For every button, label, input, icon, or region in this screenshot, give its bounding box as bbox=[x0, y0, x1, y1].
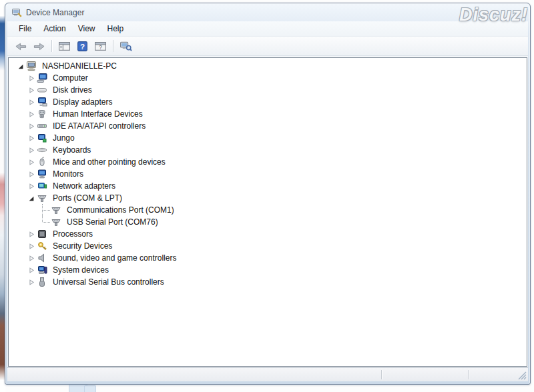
tree-connector bbox=[42, 204, 51, 216]
scan-for-hardware-changes-button[interactable] bbox=[117, 39, 134, 54]
tree-item-universal-serial-bus-controllers[interactable]: Universal Serial Bus controllers bbox=[9, 276, 527, 288]
tree-item-processors[interactable]: Processors bbox=[9, 228, 527, 240]
expand-arrow-icon[interactable] bbox=[26, 110, 35, 119]
menu-help[interactable]: Help bbox=[101, 22, 130, 35]
tree-item-label: Keyboards bbox=[51, 145, 92, 155]
console-content: NASHDANIELLE-PCComputerDisk drivesDispla… bbox=[8, 57, 527, 367]
expand-arrow-icon[interactable] bbox=[26, 266, 35, 275]
menu-view[interactable]: View bbox=[72, 22, 101, 35]
help-icon: ? bbox=[76, 41, 89, 52]
tree-item-ide-ata-atapi-controllers[interactable]: IDE ATA/ATAPI controllers bbox=[9, 120, 527, 132]
tree-item-label: NASHDANIELLE-PC bbox=[41, 61, 118, 71]
expand-arrow-icon[interactable] bbox=[26, 170, 35, 179]
collapse-arrow-icon[interactable] bbox=[15, 62, 25, 71]
back-button[interactable] bbox=[13, 39, 29, 54]
resize-grip[interactable] bbox=[518, 371, 527, 380]
svg-text:?: ? bbox=[80, 41, 85, 50]
tree-item-security-devices[interactable]: Security Devices bbox=[9, 240, 527, 252]
tree-item-label: System devices bbox=[51, 265, 110, 275]
properties-button[interactable]: ? bbox=[92, 39, 109, 54]
jungo-icon bbox=[37, 133, 47, 143]
discuz-watermark: Discuz! bbox=[459, 5, 528, 25]
window-title: Device Manager bbox=[26, 8, 84, 17]
system-device-icon bbox=[37, 265, 47, 275]
tree-item-display-adapters[interactable]: Display adapters bbox=[9, 96, 527, 108]
expand-arrow-icon[interactable] bbox=[26, 146, 35, 155]
scan-hardware-icon bbox=[119, 41, 132, 52]
tree-item-label: Sound, video and game controllers bbox=[51, 253, 178, 263]
sound-icon bbox=[37, 253, 47, 263]
tree-item-human-interface-devices[interactable]: Human Interface Devices bbox=[9, 108, 527, 120]
disk-drive-icon bbox=[37, 85, 47, 95]
properties-window-icon: ? bbox=[94, 41, 107, 52]
forward-button[interactable] bbox=[31, 39, 47, 54]
tree-item-keyboards[interactable]: Keyboards bbox=[9, 144, 527, 156]
tree-item-sound-video-and-game-controllers[interactable]: Sound, video and game controllers bbox=[9, 252, 527, 264]
computer-icon bbox=[37, 73, 47, 83]
expand-arrow-icon[interactable] bbox=[26, 254, 35, 263]
tree-item-jungo[interactable]: Jungo bbox=[9, 132, 527, 144]
tree-item-communications-port-com1[interactable]: Communications Port (COM1) bbox=[9, 204, 527, 216]
expand-arrow-icon[interactable] bbox=[26, 134, 35, 143]
menu-file[interactable]: File bbox=[13, 22, 37, 35]
expand-arrow-icon[interactable] bbox=[26, 86, 35, 95]
tree-item-disk-drives[interactable]: Disk drives bbox=[9, 84, 527, 96]
tree-item-computer[interactable]: Computer bbox=[9, 72, 527, 84]
expand-arrow-icon[interactable] bbox=[26, 98, 35, 107]
expand-arrow-icon[interactable] bbox=[26, 158, 35, 167]
processor-icon bbox=[37, 229, 47, 239]
tree-item-label: Communications Port (COM1) bbox=[65, 205, 176, 215]
tree-item-label: Disk drives bbox=[51, 85, 93, 95]
forward-arrow-icon bbox=[33, 41, 45, 52]
expand-arrow-icon[interactable] bbox=[26, 278, 35, 287]
expand-arrow-icon[interactable] bbox=[26, 182, 35, 191]
tree-item-monitors[interactable]: Monitors bbox=[9, 168, 527, 180]
expand-arrow-icon[interactable] bbox=[26, 74, 35, 83]
hid-icon bbox=[37, 109, 47, 119]
keyboard-icon bbox=[37, 145, 47, 155]
device-manager-icon bbox=[11, 7, 22, 18]
tree-item-label: Network adapters bbox=[51, 181, 117, 191]
tree-item-label: Ports (COM & LPT) bbox=[51, 193, 123, 203]
tree-item-nashdanielle-pc[interactable]: NASHDANIELLE-PC bbox=[9, 60, 527, 72]
tree-item-mice-and-other-pointing-devices[interactable]: Mice and other pointing devices bbox=[9, 156, 527, 168]
tree-item-label: USB Serial Port (COM76) bbox=[65, 217, 160, 227]
menu-action[interactable]: Action bbox=[37, 22, 71, 35]
port-icon bbox=[51, 205, 61, 215]
back-arrow-icon bbox=[15, 41, 27, 52]
collapse-arrow-icon[interactable] bbox=[26, 194, 35, 203]
ide-controller-icon bbox=[37, 121, 47, 131]
desktop-artifact bbox=[84, 385, 96, 392]
computer-root-icon bbox=[26, 61, 37, 71]
expand-arrow-icon[interactable] bbox=[26, 230, 35, 239]
tree-item-usb-serial-port-com76[interactable]: USB Serial Port (COM76) bbox=[9, 216, 527, 228]
toolbar: ?? bbox=[7, 36, 528, 56]
title-bar[interactable]: Device Manager —□✕ Discuz! bbox=[5, 3, 530, 21]
tree-item-label: Mice and other pointing devices bbox=[51, 157, 167, 167]
tree-item-network-adapters[interactable]: Network adapters bbox=[9, 180, 527, 192]
tree-item-ports-com-lpt[interactable]: Ports (COM & LPT) bbox=[9, 192, 527, 204]
tree-item-label: Computer bbox=[51, 73, 89, 83]
show-console-tree-button[interactable] bbox=[56, 39, 73, 54]
display-adapter-icon bbox=[37, 97, 47, 107]
device-manager-window: Device Manager —□✕ Discuz! FileActionVie… bbox=[5, 3, 531, 385]
client-area: FileActionViewHelp ?? NASHDANIELLE-PCCom… bbox=[7, 21, 528, 381]
security-icon bbox=[37, 241, 47, 251]
status-divider bbox=[381, 370, 382, 379]
monitor-icon bbox=[37, 169, 47, 179]
console-tree-icon bbox=[58, 41, 71, 52]
usb-icon bbox=[37, 277, 47, 287]
tree-item-system-devices[interactable]: System devices bbox=[9, 264, 527, 276]
tree-item-label: Display adapters bbox=[51, 97, 113, 107]
tree-item-label: IDE ATA/ATAPI controllers bbox=[51, 121, 147, 131]
help-button[interactable]: ? bbox=[74, 39, 91, 54]
expand-arrow-icon[interactable] bbox=[26, 122, 35, 131]
toolbar-separator bbox=[113, 40, 113, 52]
svg-text:?: ? bbox=[99, 44, 102, 51]
tree-connector bbox=[42, 216, 51, 228]
tree-item-label: Universal Serial Bus controllers bbox=[51, 277, 166, 287]
tree-item-label: Processors bbox=[51, 229, 94, 239]
expand-arrow-icon[interactable] bbox=[26, 242, 35, 251]
status-bar bbox=[7, 367, 528, 381]
port-icon bbox=[51, 217, 61, 227]
